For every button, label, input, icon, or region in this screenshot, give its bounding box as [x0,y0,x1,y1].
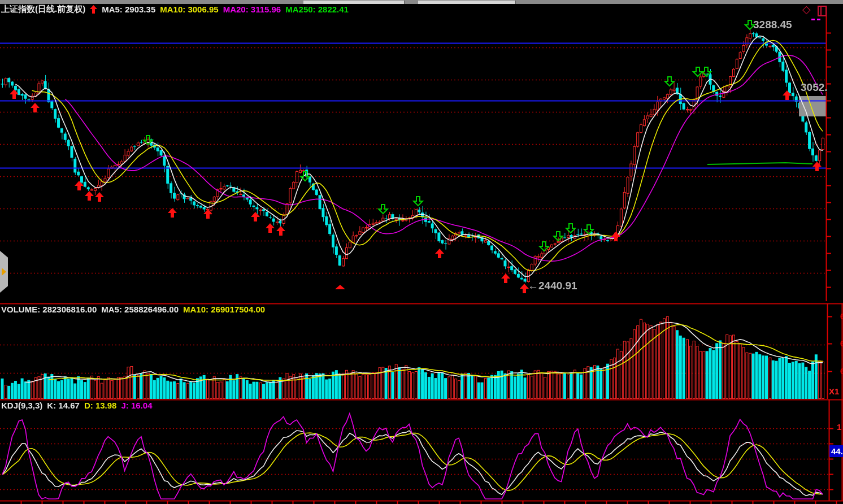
kdj-axis-top-label: 1 [837,422,841,432]
kdj-axis-value-badge: 44. [829,445,843,457]
trading-app-window: 上证指数(日线.前复权) MA5: 2903.35 MA10: 3006.95 … [0,0,843,504]
diamond-icon[interactable]: ◇ [802,3,811,16]
kdj-k-readout: K: 14.67 [47,401,80,410]
sidebar-expand-tab[interactable] [0,251,8,293]
symbol-title[interactable]: 上证指数(日线.前复权) [1,4,85,15]
minimize-dash-icon[interactable] [811,19,815,20]
kdj-d-readout: D: 13.98 [84,401,117,410]
kdj-j-readout: J: 16.04 [121,401,152,410]
ma20-readout: MA20: 3115.96 [223,5,281,14]
window-titlebar[interactable] [0,0,843,4]
volume-pane-header: VOLUME: 282306816.00 MA5: 258826496.00 M… [1,305,265,314]
volume-ma10-readout: MA10: 269017504.00 [183,305,265,314]
low-price-label: ←2440.91 [528,280,577,292]
window-restore-icon-bar [820,7,822,15]
up-arrow-icon [90,5,97,14]
minimize-dash-icon[interactable] [817,19,820,20]
high-price-label: 3288.45 [753,19,792,31]
volume-axis-scale-label: X1 [829,386,839,396]
ma250-readout: MA250: 2822.41 [285,5,349,14]
expand-arrow-icon [2,268,6,276]
ma5-readout: MA5: 2903.35 [102,5,155,14]
volume-readout: VOLUME: 282306816.00 [1,305,97,314]
volume-ma5-readout: MA5: 258826496.00 [101,305,179,314]
titlebar-segment [418,1,516,4]
window-restore-icon[interactable] [818,6,827,16]
kdj-title[interactable]: KDJ(9,3,3) [1,401,42,410]
kdj-pane-header: KDJ(9,3,3) K: 14.67 D: 13.98 J: 16.04 [1,401,153,410]
last-price-label: 3052. [801,81,828,94]
price-pane-header: 上证指数(日线.前复权) MA5: 2903.35 MA10: 3006.95 … [1,4,349,15]
chart-canvas[interactable] [0,0,843,504]
ma10-readout: MA10: 3006.95 [160,5,218,14]
